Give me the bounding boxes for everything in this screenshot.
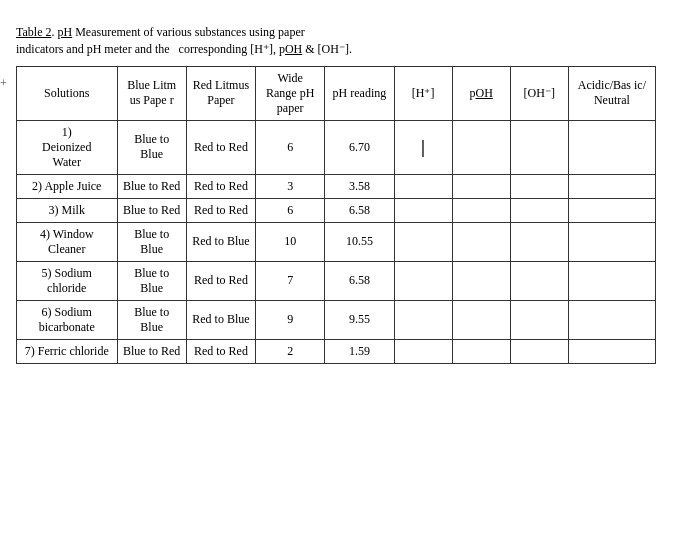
header-solutions: Solutions xyxy=(17,66,118,120)
cell-acidic-basic xyxy=(568,222,655,261)
cell-h-plus xyxy=(394,339,452,363)
cell-h-plus xyxy=(394,198,452,222)
cell-acidic-basic xyxy=(568,339,655,363)
cell-ph-reading: 6.58 xyxy=(325,198,394,222)
cell-poh xyxy=(452,174,510,198)
cell-oh-minus xyxy=(510,174,568,198)
header-acidic-basic: Acidic/Bas ic/ Neutral xyxy=(568,66,655,120)
table-row: 7) Ferric chlorideBlue to RedRed to Red2… xyxy=(17,339,656,363)
cell-blue-litmus: Blue to Red xyxy=(117,339,186,363)
cell-poh xyxy=(452,339,510,363)
cell-blue-litmus: Blue to Red xyxy=(117,174,186,198)
cell-red-litmus: Red to Blue xyxy=(186,222,255,261)
table-row: 5) Sodium chlorideBlue to BlueRed to Red… xyxy=(17,261,656,300)
cell-ph-reading: 6.58 xyxy=(325,261,394,300)
cell-solution: 5) Sodium chloride xyxy=(17,261,118,300)
cell-h-plus xyxy=(394,261,452,300)
cell-acidic-basic xyxy=(568,300,655,339)
cell-solution: 3) Milk xyxy=(17,198,118,222)
cell-solution: 2) Apple Juice xyxy=(17,174,118,198)
cell-acidic-basic xyxy=(568,198,655,222)
cell-blue-litmus: Blue to Blue xyxy=(117,300,186,339)
cell-ph-reading: 9.55 xyxy=(325,300,394,339)
cell-oh-minus xyxy=(510,120,568,174)
ph-measurement-table: Solutions Blue Litm us Pape r Red Litmus… xyxy=(16,66,656,364)
cell-red-litmus: Red to Red xyxy=(186,120,255,174)
cell-solution: 4) Window Cleaner xyxy=(17,222,118,261)
table-row: 2) Apple JuiceBlue to RedRed to Red33.58 xyxy=(17,174,656,198)
cell-oh-minus xyxy=(510,339,568,363)
cell-poh xyxy=(452,222,510,261)
header-red-litmus: Red Litmus Paper xyxy=(186,66,255,120)
header-blue-litmus: Blue Litm us Pape r xyxy=(117,66,186,120)
cell-red-litmus: Red to Red xyxy=(186,339,255,363)
cell-oh-minus xyxy=(510,300,568,339)
cell-acidic-basic xyxy=(568,174,655,198)
cell-wide-range: 6 xyxy=(256,198,325,222)
cell-poh xyxy=(452,300,510,339)
table-caption: Table 2. pH Measurement of various subst… xyxy=(16,24,436,58)
plus-icon: + xyxy=(0,76,7,91)
cell-h-plus xyxy=(394,222,452,261)
cell-poh xyxy=(452,198,510,222)
cell-oh-minus xyxy=(510,198,568,222)
cell-red-litmus: Red to Red xyxy=(186,174,255,198)
header-h-plus: [H⁺] xyxy=(394,66,452,120)
cell-oh-minus xyxy=(510,222,568,261)
cell-h-plus xyxy=(394,300,452,339)
cell-acidic-basic xyxy=(568,120,655,174)
header-oh-minus: [OH⁻] xyxy=(510,66,568,120)
cell-blue-litmus: Blue to Blue xyxy=(117,261,186,300)
header-wide-range: Wide Range pH paper xyxy=(256,66,325,120)
cell-blue-litmus: Blue to Blue xyxy=(117,120,186,174)
table-row: 1)DeionizedWaterBlue to BlueRed to Red66… xyxy=(17,120,656,174)
cell-ph-reading: 10.55 xyxy=(325,222,394,261)
table-row: 4) Window CleanerBlue to BlueRed to Blue… xyxy=(17,222,656,261)
cell-wide-range: 9 xyxy=(256,300,325,339)
cell-wide-range: 10 xyxy=(256,222,325,261)
cell-red-litmus: Red to Red xyxy=(186,261,255,300)
cell-ph-reading: 6.70 xyxy=(325,120,394,174)
cell-solution: 7) Ferric chloride xyxy=(17,339,118,363)
table-row: 3) MilkBlue to RedRed to Red66.58 xyxy=(17,198,656,222)
cell-h-plus xyxy=(394,174,452,198)
cell-solution: 6) Sodium bicarbonate xyxy=(17,300,118,339)
cell-red-litmus: Red to Red xyxy=(186,198,255,222)
cell-ph-reading: 1.59 xyxy=(325,339,394,363)
cell-wide-range: 3 xyxy=(256,174,325,198)
cell-wide-range: 2 xyxy=(256,339,325,363)
cell-blue-litmus: Blue to Red xyxy=(117,198,186,222)
cell-h-plus: | xyxy=(394,120,452,174)
cell-poh xyxy=(452,261,510,300)
cell-poh xyxy=(452,120,510,174)
cell-oh-minus xyxy=(510,261,568,300)
cell-red-litmus: Red to Blue xyxy=(186,300,255,339)
cell-acidic-basic xyxy=(568,261,655,300)
cell-solution: 1)DeionizedWater xyxy=(17,120,118,174)
header-poh: pOH xyxy=(452,66,510,120)
cell-wide-range: 7 xyxy=(256,261,325,300)
cell-blue-litmus: Blue to Blue xyxy=(117,222,186,261)
cell-ph-reading: 3.58 xyxy=(325,174,394,198)
table-row: 6) Sodium bicarbonateBlue to BlueRed to … xyxy=(17,300,656,339)
cell-wide-range: 6 xyxy=(256,120,325,174)
header-ph-reading: pH reading xyxy=(325,66,394,120)
